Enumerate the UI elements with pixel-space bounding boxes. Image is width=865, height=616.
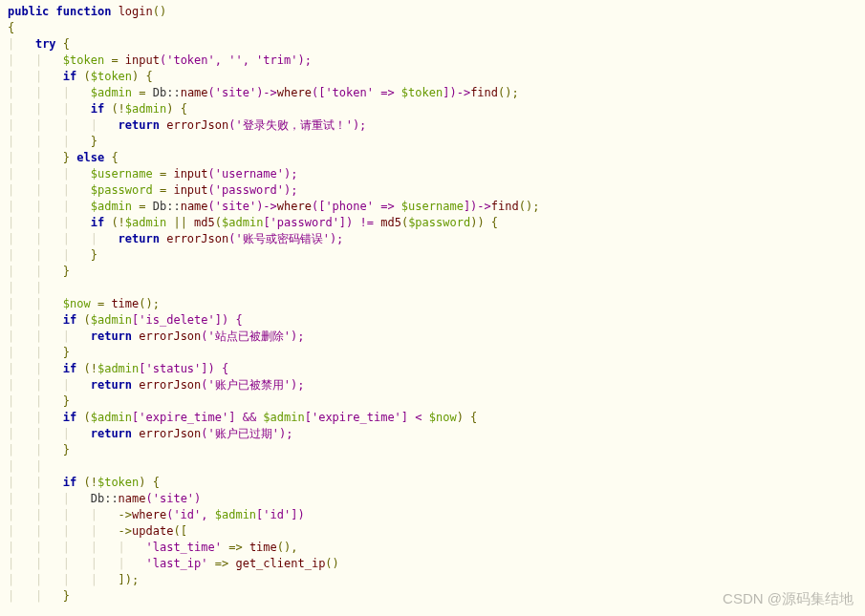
line: | | | | | 'last_ip' => get_client_ip(): [8, 557, 339, 570]
line: | |: [8, 281, 63, 294]
line: | | | $admin = Db::name('site')->where([…: [8, 200, 539, 213]
line: | | }: [8, 394, 70, 408]
line: | | | $admin = Db::name('site')->where([…: [8, 86, 519, 99]
line: | | }: [8, 443, 70, 457]
line: | | | $username = input('username');: [8, 167, 297, 181]
line: | | | | return errorJson('账号或密码错误');: [8, 232, 343, 245]
line: | | if ($admin['is_delete']) {: [8, 313, 243, 327]
line: | | | | | 'last_time' => time(),: [8, 541, 297, 554]
line: | | } else {: [8, 151, 119, 164]
line: | | | $password = input('password');: [8, 183, 297, 197]
line: | | if (!$admin['status']) {: [8, 362, 228, 375]
line: public function login(): [8, 5, 166, 18]
line: | | | if (!$admin || md5($admin['passwor…: [8, 216, 498, 229]
line: | | if ($token) {: [8, 70, 153, 83]
code-block: public function login() { | try { | | $t…: [0, 0, 865, 605]
line: | | $now = time();: [8, 297, 160, 310]
line: | try {: [8, 37, 70, 51]
line: | | | | ->update([: [8, 524, 187, 538]
line: {: [8, 21, 14, 34]
line: | | if ($admin['expire_time'] && $admin[…: [8, 411, 477, 424]
line: | | | | ->where('id', $admin['id']): [8, 508, 305, 521]
line: | | $token = input('token', '', 'trim');: [8, 53, 312, 67]
line: | | | | ]);: [8, 573, 139, 586]
line: | | | Db::name('site'): [8, 492, 201, 505]
line: | |: [8, 459, 63, 473]
line: | | }: [8, 589, 70, 603]
line: | | }: [8, 265, 70, 278]
line: | | | }: [8, 135, 97, 148]
line: | | | if (!$admin) {: [8, 102, 187, 116]
line: | | | return errorJson('站点已被删除');: [8, 329, 304, 343]
line: | | if (!$token) {: [8, 476, 160, 489]
line: | | | return errorJson('账户已被禁用');: [8, 378, 304, 392]
line: | | }: [8, 346, 70, 359]
line: | | | }: [8, 248, 97, 262]
line: | | | return errorJson('账户已过期');: [8, 427, 292, 440]
line: | | | | return errorJson('登录失败，请重试！');: [8, 118, 366, 132]
